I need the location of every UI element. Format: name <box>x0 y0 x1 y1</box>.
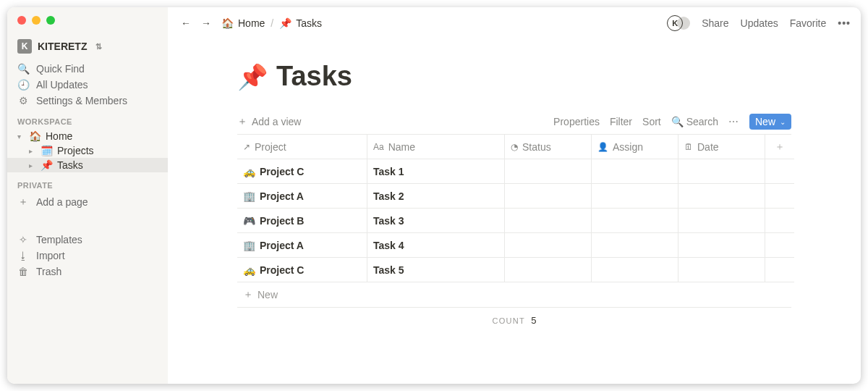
cell-assign[interactable] <box>592 159 678 184</box>
cell-project[interactable]: 🏢Project A <box>237 184 367 209</box>
minimize-window-dot[interactable] <box>32 16 41 25</box>
settings-members[interactable]: ⚙ Settings & Members <box>7 93 168 109</box>
cell-assign[interactable] <box>592 258 678 282</box>
workspace-switcher[interactable]: K KITERETZ ⇅ <box>7 36 168 61</box>
cell-empty <box>765 184 794 209</box>
breadcrumb-home[interactable]: 🏠 Home <box>221 17 265 29</box>
templates[interactable]: ✧ Templates <box>7 232 168 248</box>
topbar: ← → 🏠 Home / 📌 Tasks K <box>168 7 861 39</box>
table-row[interactable]: 🎮Project BTask 3 <box>237 209 791 233</box>
cell-name[interactable]: Task 2 <box>367 184 505 209</box>
cell-project[interactable]: 🚕Project C <box>237 258 367 282</box>
cell-status[interactable] <box>505 159 592 184</box>
trash-label: Trash <box>36 266 61 277</box>
table-row[interactable]: 🏢Project ATask 4 <box>237 233 791 258</box>
cell-project[interactable]: 🏢Project A <box>237 233 367 258</box>
table-header: ↗Project AaName ◔Status 👤Assign 🗓Date ＋ <box>237 135 791 159</box>
tree-projects[interactable]: ▸ 🗓️ Projects <box>7 143 168 158</box>
cell-name[interactable]: Task 3 <box>367 209 505 233</box>
cell-name[interactable]: Task 4 <box>367 233 505 258</box>
cell-name[interactable]: Task 1 <box>367 159 505 184</box>
view-bar: ＋ Add a view Properties Filter Sort 🔍 Se… <box>237 114 791 134</box>
table: ↗Project AaName ◔Status 👤Assign 🗓Date ＋ … <box>237 134 791 333</box>
add-column-button[interactable]: ＋ <box>765 135 794 159</box>
col-project[interactable]: ↗Project <box>237 135 367 159</box>
table-row[interactable]: 🚕Project CTask 5 <box>237 258 791 282</box>
quick-find[interactable]: 🔍 Quick Find <box>7 61 168 77</box>
maximize-window-dot[interactable] <box>46 16 55 25</box>
cell-project-text: Project B <box>260 215 304 227</box>
text-icon: Aa <box>373 142 384 152</box>
count-label: COUNT <box>492 316 525 325</box>
cell-empty <box>765 233 794 258</box>
cell-project-text: Project A <box>260 190 304 202</box>
cell-name-text: Task 1 <box>373 166 404 177</box>
cell-project-text: Project A <box>260 240 304 251</box>
relation-icon: ↗ <box>243 142 250 152</box>
cell-status[interactable] <box>505 258 592 282</box>
add-view-label: Add a view <box>252 116 301 127</box>
updates-button[interactable]: Updates <box>741 17 778 29</box>
breadcrumb-current[interactable]: 📌 Tasks <box>279 17 322 29</box>
table-row[interactable]: 🚕Project CTask 1 <box>237 159 791 184</box>
share-button[interactable]: Share <box>702 17 728 29</box>
col-assign[interactable]: 👤Assign <box>592 135 678 159</box>
tree-home[interactable]: ▾ 🏠 Home <box>7 129 168 143</box>
project-emoji-icon: 🚕 <box>243 264 255 276</box>
project-emoji-icon: 🏢 <box>243 240 255 251</box>
col-date-label: Date <box>697 141 719 153</box>
nav-forward-button[interactable]: → <box>198 16 214 30</box>
import[interactable]: ⭳ Import <box>7 248 168 264</box>
avatar[interactable]: K <box>667 15 683 31</box>
add-page-label: Add a page <box>36 196 88 208</box>
calendar-icon: 🗓️ <box>41 145 53 156</box>
filter-button[interactable]: Filter <box>610 116 632 127</box>
col-date[interactable]: 🗓Date <box>678 135 765 159</box>
gear-icon: ⚙ <box>17 95 29 106</box>
cell-project[interactable]: 🚕Project C <box>237 159 367 184</box>
properties-button[interactable]: Properties <box>553 116 600 127</box>
new-row-button[interactable]: ＋ New <box>237 282 791 308</box>
pin-icon: 📌 <box>279 17 292 29</box>
cell-project[interactable]: 🎮Project B <box>237 209 367 233</box>
nav-back-button[interactable]: ← <box>178 16 194 30</box>
home-icon: 🏠 <box>29 130 41 142</box>
pin-icon: 📌 <box>237 62 268 91</box>
cell-name[interactable]: Task 5 <box>367 258 505 282</box>
person-icon: 👤 <box>597 142 608 152</box>
cell-status[interactable] <box>505 184 592 209</box>
table-row[interactable]: 🏢Project ATask 2 <box>237 184 791 209</box>
new-button-label: New <box>755 116 775 127</box>
cell-status[interactable] <box>505 233 592 258</box>
close-window-dot[interactable] <box>17 16 26 25</box>
cell-date[interactable] <box>678 209 765 233</box>
cell-date[interactable] <box>678 184 765 209</box>
caret-right-icon: ▸ <box>29 161 36 169</box>
cell-status[interactable] <box>505 209 592 233</box>
col-status[interactable]: ◔Status <box>505 135 592 159</box>
add-page[interactable]: ＋ Add a page <box>7 193 168 211</box>
cell-date[interactable] <box>678 159 765 184</box>
tree-tasks-label: Tasks <box>57 159 83 171</box>
sort-button[interactable]: Sort <box>642 116 661 127</box>
all-updates[interactable]: 🕘 All Updates <box>7 77 168 93</box>
new-button[interactable]: New ⌄ <box>749 114 791 130</box>
cell-assign[interactable] <box>592 184 678 209</box>
favorite-button[interactable]: Favorite <box>790 17 827 29</box>
search-button[interactable]: 🔍 Search <box>671 116 718 127</box>
page-title[interactable]: 📌 Tasks <box>237 61 791 92</box>
calendar-icon: 🗓 <box>684 142 693 152</box>
col-name[interactable]: AaName <box>367 135 505 159</box>
trash[interactable]: 🗑 Trash <box>7 264 168 279</box>
tree-projects-label: Projects <box>57 145 94 156</box>
cell-date[interactable] <box>678 233 765 258</box>
workspace-name: KITERETZ <box>38 41 87 52</box>
cell-assign[interactable] <box>592 209 678 233</box>
main: ← → 🏠 Home / 📌 Tasks K <box>168 7 861 384</box>
tree-tasks[interactable]: ▸ 📌 Tasks <box>7 158 168 172</box>
more-menu-button[interactable]: ••• <box>838 17 851 29</box>
cell-date[interactable] <box>678 258 765 282</box>
cell-assign[interactable] <box>592 233 678 258</box>
add-view-button[interactable]: ＋ Add a view <box>237 115 301 128</box>
view-more-button[interactable]: ⋯ <box>728 116 739 127</box>
